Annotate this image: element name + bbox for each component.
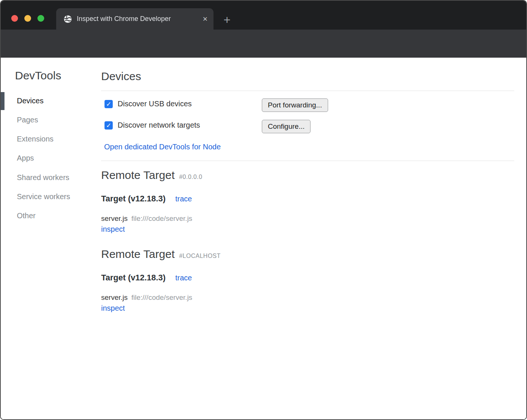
globe-favicon-icon xyxy=(64,15,72,23)
inspect-link[interactable]: inspect xyxy=(101,304,125,313)
script-url: file:///code/server.js xyxy=(131,214,193,222)
sidebar-item-shared-workers[interactable]: Shared workers xyxy=(17,173,69,182)
open-node-devtools-link[interactable]: Open dedicated DevTools for Node xyxy=(104,143,221,151)
target-row: Target (v12.18.3)trace xyxy=(101,194,192,204)
sidebar-item-pages[interactable]: Pages xyxy=(17,116,38,124)
tab-close-icon[interactable]: × xyxy=(203,15,208,23)
target-name: Target (v12.18.3) xyxy=(101,273,166,282)
sidebar-item-extensions[interactable]: Extensions xyxy=(17,135,54,143)
new-tab-button[interactable]: + xyxy=(220,13,234,27)
macos-minimize-button[interactable] xyxy=(24,15,31,22)
sidebar-item-service-workers[interactable]: Service workers xyxy=(17,192,70,201)
discover-network-label: Discover network targets xyxy=(118,121,200,130)
remote-target-heading: Remote Target#0.0.0.0 xyxy=(101,169,202,182)
divider xyxy=(101,161,514,161)
sidebar-item-other[interactable]: Other xyxy=(17,211,36,220)
browser-window: Inspect with Chrome Developer × + ← → ↻ … xyxy=(0,0,527,420)
discover-usb-label: Discover USB devices xyxy=(118,100,192,108)
browser-tab[interactable]: Inspect with Chrome Developer × xyxy=(56,8,213,30)
script-row: server.jsfile:///code/server.js xyxy=(101,214,192,223)
script-row: server.jsfile:///code/server.js xyxy=(101,293,192,302)
remote-target-heading: Remote Target#LOCALHOST xyxy=(101,248,221,261)
tab-strip: Inspect with Chrome Developer × + xyxy=(1,1,526,30)
remote-target-title: Remote Target xyxy=(101,169,175,181)
trace-link[interactable]: trace xyxy=(175,274,192,282)
sidebar-item-apps[interactable]: Apps xyxy=(17,154,34,162)
sidebar-selection-marker xyxy=(1,92,4,110)
script-name: server.js xyxy=(101,293,128,301)
sidebar-item-devices[interactable]: Devices xyxy=(17,97,43,105)
page-title: Devices xyxy=(101,70,141,83)
target-name: Target (v12.18.3) xyxy=(101,194,166,203)
page-content: DevTools Devices Pages Extensions Apps S… xyxy=(1,58,526,419)
browser-toolbar: ← → ↻ Chrome chrome://inspect/#devices xyxy=(1,30,526,58)
tab-title: Inspect with Chrome Developer xyxy=(77,15,200,23)
target-row: Target (v12.18.3)trace xyxy=(101,273,192,283)
discover-usb-checkbox[interactable]: ✓ xyxy=(105,100,113,108)
script-url: file:///code/server.js xyxy=(131,293,193,301)
divider xyxy=(101,91,514,91)
macos-zoom-button[interactable] xyxy=(37,15,44,22)
sidebar-title: DevTools xyxy=(15,69,61,82)
trace-link[interactable]: trace xyxy=(175,195,192,203)
remote-target-title: Remote Target xyxy=(101,248,175,260)
remote-target-tag: #0.0.0.0 xyxy=(179,174,202,180)
macos-close-button[interactable] xyxy=(11,15,18,22)
discover-network-checkbox[interactable]: ✓ xyxy=(105,121,113,130)
remote-target-tag: #LOCALHOST xyxy=(179,253,221,259)
port-forwarding-button[interactable]: Port forwarding... xyxy=(262,98,328,112)
inspect-link[interactable]: inspect xyxy=(101,225,125,234)
configure-button[interactable]: Configure... xyxy=(262,120,311,133)
script-name: server.js xyxy=(101,214,128,222)
